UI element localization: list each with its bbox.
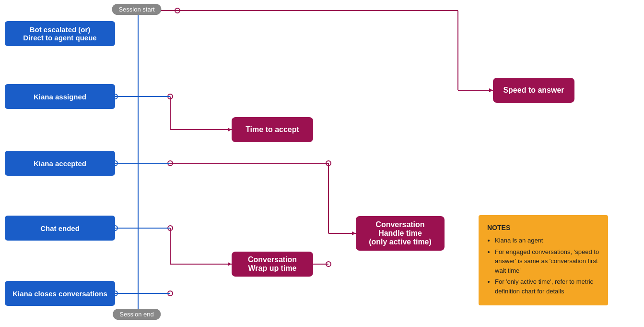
metric-box-conv-handle-time: ConversationHandle time(only active time… [356, 216, 445, 251]
notes-item-2: For engaged conversations, 'speed to ans… [495, 247, 599, 276]
svg-marker-30 [228, 262, 232, 266]
svg-point-20 [326, 161, 331, 166]
svg-marker-7 [489, 88, 493, 92]
svg-point-17 [168, 161, 173, 166]
metric-box-time-to-accept: Time to accept [232, 117, 313, 142]
event-box-chat-ended: Chat ended [5, 216, 115, 241]
event-box-kiana-accepted: Kiana accepted [5, 151, 115, 176]
svg-point-26 [168, 226, 173, 230]
event-box-kiana-closes: Kiana closes conversations [5, 281, 115, 306]
svg-point-36 [326, 262, 331, 266]
svg-point-10 [168, 94, 173, 99]
notes-item-3: For 'only active time', refer to metric … [495, 277, 599, 296]
metric-box-conv-wrap-up: ConversationWrap up time [232, 252, 313, 277]
svg-point-33 [168, 291, 173, 296]
event-box-kiana-assigned: Kiana assigned [5, 84, 115, 109]
session-start-label: Session start [112, 4, 161, 15]
event-box-bot-escalated: Bot escalated (or)Direct to agent queue [5, 21, 115, 46]
notes-item-1: Kiana is an agent [495, 236, 599, 245]
notes-list: Kiana is an agent For engaged conversati… [487, 236, 599, 296]
notes-box: NOTES Kiana is an agent For engaged conv… [479, 215, 608, 305]
diagram-container: Session start Session end Bot escalated … [0, 0, 644, 327]
svg-marker-14 [228, 128, 232, 132]
metric-box-speed-to-answer: Speed to answer [493, 78, 574, 103]
svg-marker-23 [352, 231, 356, 235]
svg-point-3 [175, 8, 180, 13]
session-end-label: Session end [113, 309, 161, 320]
notes-title: NOTES [487, 223, 599, 233]
